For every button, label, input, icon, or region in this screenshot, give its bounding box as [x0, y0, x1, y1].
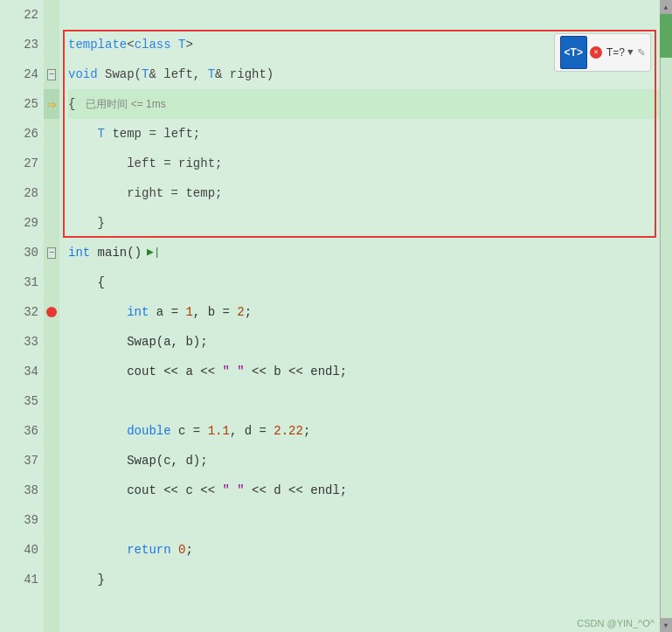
gutter-26 [44, 119, 59, 149]
semi-40: ; [185, 535, 192, 565]
line-num-38: 38 [0, 476, 44, 505]
left-assign: left = right; [68, 149, 222, 178]
amp-right: & right) [215, 59, 274, 89]
scrollbar-thumb[interactable] [660, 14, 672, 58]
comma-cd: , d = [230, 416, 274, 446]
fold-button-30[interactable]: − [47, 247, 56, 259]
gutter-fold-30[interactable]: − [44, 238, 59, 267]
line-num-37: 37 [0, 446, 44, 476]
keyword-double: double [127, 416, 170, 446]
gutter-25: ⇒ [44, 89, 59, 119]
code-line-37: Swap(c, d); [68, 446, 660, 476]
line-num-26: 26 [0, 119, 44, 149]
keyword-int-32: int [127, 297, 149, 327]
gutter-37 [44, 446, 59, 476]
gutter-34 [44, 357, 59, 386]
gutter-41 [44, 565, 59, 594]
line-num-31: 31 [0, 267, 44, 297]
line-num-33: 33 [0, 327, 44, 357]
space [171, 30, 178, 59]
gutter-27 [44, 149, 59, 178]
indent-32 [68, 297, 127, 327]
line-num-22: 22 [0, 0, 44, 30]
num-2-22: 2.22 [274, 416, 303, 446]
run-button[interactable]: ▶| [147, 238, 161, 267]
gutter-31 [44, 267, 59, 297]
code-line-23: template<class T> <T> ✕ T=? ▼ ✎ [68, 30, 660, 59]
semi-32: ; [245, 297, 252, 327]
cout-ab-2: << b << endl; [245, 357, 348, 386]
code-line-36: double c = 1.1, d = 2.22; [68, 416, 660, 446]
tooltip-time: 已用时间 <= 1ms [86, 89, 165, 119]
code-line-22 [68, 0, 660, 30]
num-2: 2 [237, 297, 244, 327]
line-num-36: 36 [0, 416, 44, 446]
line-num-34: 34 [0, 357, 44, 386]
keyword-class: class [135, 30, 171, 59]
fold-button-24[interactable]: − [47, 69, 56, 80]
swap-call-cd: Swap(c, d); [68, 446, 208, 476]
dropdown-button[interactable]: ▼ [627, 38, 634, 67]
scrollbar-arrow-up[interactable]: ▲ [660, 0, 672, 14]
code-line-41: } [68, 565, 660, 594]
code-line-30: int main() ▶| [68, 238, 660, 267]
code-line-38: cout << c << " " << d << endl; [68, 476, 660, 505]
angle-close: > [185, 30, 192, 59]
line-num-27: 27 [0, 149, 44, 178]
breakpoint-32 [46, 307, 57, 317]
param-T2: T [208, 59, 215, 89]
right-assign: right = temp; [68, 178, 222, 208]
ab-assign: a = [149, 297, 185, 327]
return-val [171, 535, 178, 565]
str-quote-2: " " [222, 476, 244, 505]
code-line-26: T temp = left; [68, 119, 660, 149]
scrollbar-vertical[interactable]: ▲ ▼ [660, 0, 672, 632]
keyword-template: template [68, 30, 127, 59]
type-T-26: T [98, 119, 105, 149]
code-line-31: { [68, 267, 660, 297]
amp-left: & left, [149, 59, 207, 89]
code-line-33: Swap(a, b); [68, 327, 660, 357]
keyword-int-30: int [68, 238, 90, 267]
main-brace-close: } [68, 565, 105, 594]
angle-open: < [127, 30, 134, 59]
gutter-38 [44, 476, 59, 505]
brace-open: { [68, 89, 75, 119]
gutter-22 [44, 0, 59, 30]
line-numbers: 22 23 24 25 26 27 28 29 30 31 32 33 34 3… [0, 0, 44, 594]
line-num-24: 24 [0, 59, 44, 89]
indent-40 [68, 535, 127, 565]
cout-ab: cout << a << [68, 357, 222, 386]
type-T: T [178, 30, 185, 59]
gutter-35 [44, 386, 59, 416]
line-num-41: 41 [0, 565, 44, 594]
gutter-fold-24[interactable]: − [44, 59, 59, 89]
scrollbar-arrow-down[interactable]: ▼ [660, 618, 672, 632]
gutter-39 [44, 505, 59, 535]
gutter: − ⇒ − [44, 0, 59, 632]
swap-call-ab: Swap(a, b); [68, 327, 208, 357]
gutter-23 [44, 30, 59, 59]
template-toolbar: <T> ✕ T=? ▼ ✎ [554, 33, 651, 72]
fn-name: Swap( [98, 59, 142, 89]
cout-cd: cout << c << [68, 476, 222, 505]
gutter-32 [44, 297, 59, 327]
indent-36 [68, 416, 127, 446]
num-1: 1 [185, 297, 192, 327]
edit-template-button[interactable]: ✎ [638, 38, 645, 67]
indent-bar [68, 119, 98, 149]
num-1-1: 1.1 [208, 416, 230, 446]
temp-assign: temp = left; [105, 119, 200, 149]
gutter-40 [44, 535, 59, 565]
code-line-34: cout << a << " " << b << endl; [68, 357, 660, 386]
line-num-32: 32 [0, 297, 44, 327]
main-fn: main() [90, 238, 142, 267]
line-num-29: 29 [0, 208, 44, 238]
line-num-28: 28 [0, 178, 44, 208]
t-badge: <T> [560, 36, 587, 69]
code-line-39 [68, 505, 660, 535]
code-line-40: return 0; [68, 535, 660, 565]
gutter-28 [44, 178, 59, 208]
line-num-35: 35 [0, 386, 44, 416]
close-template-button[interactable]: ✕ [590, 46, 602, 59]
